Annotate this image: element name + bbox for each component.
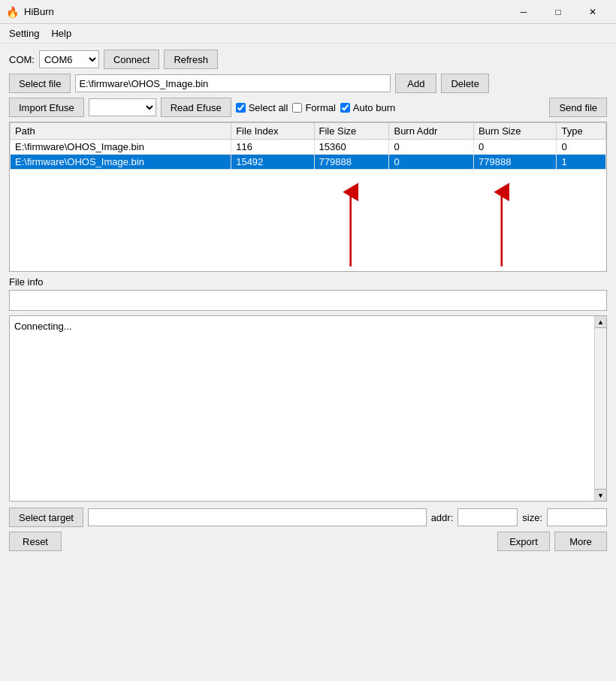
col-burn-addr: Burn Addr [389, 123, 474, 140]
menu-setting[interactable]: Setting [3, 26, 45, 41]
bottom-buttons-row: Reset Export More [9, 532, 607, 551]
scroll-up-btn[interactable]: ▲ [595, 316, 606, 328]
select-target-button[interactable]: Select target [9, 508, 83, 527]
cell-5: 0 [557, 140, 606, 155]
select-all-checkbox[interactable] [236, 103, 246, 113]
com-select[interactable]: COM6 [39, 50, 99, 68]
cell-2: 779888 [314, 155, 389, 170]
bottom-bar: Select target addr: size: [9, 508, 607, 527]
formal-checkbox[interactable] [292, 103, 302, 113]
file-info-label: File info [9, 276, 607, 288]
connect-button[interactable]: Connect [104, 50, 159, 69]
main-content: COM: COM6 Connect Refresh Select file Ad… [0, 44, 616, 562]
cell-5: 1 [557, 155, 606, 170]
refresh-button[interactable]: Refresh [164, 50, 218, 69]
import-efuse-button[interactable]: Import Efuse [9, 98, 84, 117]
select-all-checkbox-row: Select all [236, 102, 288, 113]
table-header-row: Path File Index File Size Burn Addr Burn… [11, 123, 606, 140]
com-row: COM: COM6 Connect Refresh [9, 50, 607, 69]
select-all-label[interactable]: Select all [249, 102, 288, 113]
size-label: size: [522, 512, 542, 523]
auto-burn-checkbox[interactable] [340, 103, 350, 113]
select-file-row: Select file Add Delete [9, 74, 607, 93]
maximize-button[interactable]: □ [541, 0, 575, 24]
title-bar-controls: ─ □ ✕ [506, 0, 610, 24]
cell-1: 116 [231, 140, 314, 155]
cell-3: 0 [389, 155, 474, 170]
delete-button[interactable]: Delete [441, 74, 489, 93]
cell-4: 0 [474, 140, 557, 155]
app-title: HiBurn [24, 6, 506, 17]
menu-help[interactable]: Help [45, 26, 77, 41]
size-input[interactable] [547, 508, 607, 526]
col-burn-size: Burn Size [474, 123, 557, 140]
select-file-button[interactable]: Select file [9, 74, 71, 93]
table-row[interactable]: E:\firmware\OHOS_Image.bin11615360000 [11, 140, 606, 155]
log-scrollbar[interactable]: ▲ ▼ [594, 316, 606, 501]
efuse-row: Import Efuse Read Efuse Select all Forma… [9, 98, 607, 117]
file-table-container[interactable]: Path File Index File Size Burn Addr Burn… [9, 122, 607, 272]
addr-label: addr: [431, 512, 454, 523]
log-text: Connecting... [14, 321, 72, 332]
auto-burn-label[interactable]: Auto burn [353, 102, 395, 113]
cell-4: 779888 [474, 155, 557, 170]
cell-2: 15360 [314, 140, 389, 155]
table-row[interactable]: E:\firmware\OHOS_Image.bin15492779888077… [11, 155, 606, 170]
read-efuse-button[interactable]: Read Efuse [161, 98, 231, 117]
addr-input[interactable] [457, 508, 518, 526]
menu-bar: Setting Help [0, 24, 616, 44]
add-button[interactable]: Add [395, 74, 436, 93]
cell-0: E:\firmware\OHOS_Image.bin [11, 155, 231, 170]
col-file-index: File Index [231, 123, 314, 140]
formal-checkbox-row: Formal [292, 102, 335, 113]
file-table: Path File Index File Size Burn Addr Burn… [10, 122, 606, 170]
com-label: COM: [9, 54, 35, 65]
send-file-button[interactable]: Send file [549, 98, 607, 117]
col-type: Type [557, 123, 606, 140]
close-button[interactable]: ✕ [575, 0, 610, 24]
formal-label[interactable]: Formal [305, 102, 335, 113]
log-container[interactable]: Connecting... ▲ ▼ [9, 315, 607, 502]
cell-3: 0 [389, 140, 474, 155]
app-icon: 🔥 [6, 5, 20, 19]
title-bar: 🔥 HiBurn ─ □ ✕ [0, 0, 616, 24]
scroll-down-btn[interactable]: ▼ [595, 489, 606, 501]
svg-text:🔥: 🔥 [6, 6, 20, 19]
export-button[interactable]: Export [497, 532, 550, 551]
cell-1: 15492 [231, 155, 314, 170]
col-path: Path [11, 123, 231, 140]
col-file-size: File Size [314, 123, 389, 140]
cell-0: E:\firmware\OHOS_Image.bin [11, 140, 231, 155]
auto-burn-checkbox-row: Auto burn [340, 102, 395, 113]
log-content: Connecting... [10, 316, 606, 336]
minimize-button[interactable]: ─ [506, 0, 541, 24]
reset-button[interactable]: Reset [9, 532, 62, 551]
file-path-input[interactable] [75, 74, 391, 92]
file-info-box [9, 290, 607, 311]
target-input[interactable] [88, 508, 427, 526]
efuse-select[interactable] [89, 98, 156, 116]
more-button[interactable]: More [554, 532, 607, 551]
